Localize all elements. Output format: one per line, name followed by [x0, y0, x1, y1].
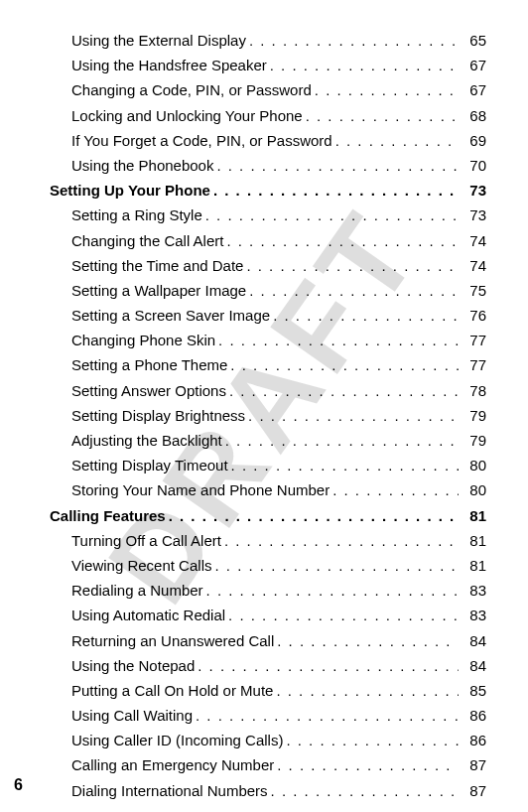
toc-dots [274, 628, 459, 653]
toc-row: Dialing International Numbers87 [50, 778, 486, 803]
toc-label: Dialing International Numbers [50, 778, 268, 803]
toc-page: 81 [459, 528, 486, 553]
toc-label: Using the Notepad [50, 653, 195, 678]
toc-row: Using Automatic Redial83 [50, 603, 486, 627]
toc-dots [222, 428, 459, 453]
toc-row: Using the Handsfree Speaker67 [50, 53, 486, 77]
toc-dots [332, 128, 459, 153]
table-of-contents: Using the External Display65Using the Ha… [20, 28, 486, 803]
toc-row: Setting a Wallpaper Image75 [50, 278, 486, 303]
toc-page: 87 [459, 778, 486, 803]
toc-dots [228, 453, 459, 477]
toc-page: 78 [459, 378, 486, 403]
toc-page: 76 [459, 303, 486, 328]
toc-label: Setting Answer Options [50, 378, 226, 403]
toc-row: Putting a Call On Hold or Mute85 [50, 678, 486, 703]
toc-dots [202, 203, 459, 227]
toc-dots [227, 352, 459, 377]
toc-dots [245, 403, 459, 428]
toc-label: Redialing a Number [50, 578, 203, 603]
toc-page: 77 [459, 352, 486, 377]
toc-row: Setting a Phone Theme77 [50, 352, 486, 377]
toc-label: Setting a Screen Saver Image [50, 303, 270, 328]
toc-row: Setting a Screen Saver Image76 [50, 303, 486, 328]
toc-row: Using Call Waiting86 [50, 703, 486, 728]
toc-row: Storing Your Name and Phone Number80 [50, 477, 486, 502]
toc-dots [330, 477, 459, 502]
toc-page: 65 [459, 28, 486, 53]
toc-dots [213, 153, 459, 178]
toc-row: If You Forget a Code, PIN, or Password69 [50, 128, 486, 153]
toc-row: Using the Notepad84 [50, 653, 486, 678]
toc-dots [226, 378, 459, 403]
toc-page: 67 [459, 53, 486, 77]
toc-label: Returning an Unanswered Call [50, 628, 274, 653]
toc-dots [195, 653, 459, 678]
toc-row: Viewing Recent Calls81 [50, 553, 486, 578]
toc-label: Setting Display Timeout [50, 453, 228, 477]
toc-dots [203, 578, 459, 603]
toc-row: Changing Phone Skin77 [50, 328, 486, 352]
toc-label: Locking and Unlocking Your Phone [50, 103, 303, 128]
toc-dots [211, 553, 459, 578]
toc-page: 80 [459, 453, 486, 477]
toc-dots [246, 28, 459, 53]
toc-dots [303, 103, 459, 128]
toc-page: 67 [459, 77, 486, 102]
toc-row: Adjusting the Backlight79 [50, 428, 486, 453]
toc-page: 86 [459, 728, 486, 752]
toc-page: 86 [459, 703, 486, 728]
toc-dots [283, 728, 459, 752]
toc-row: Using the Phonebook70 [50, 153, 486, 178]
toc-row: Setting Display Timeout80 [50, 453, 486, 477]
toc-label: Calling an Emergency Number [50, 752, 274, 777]
toc-row: Changing the Call Alert74 [50, 228, 486, 253]
toc-page: 74 [459, 228, 486, 253]
toc-label: Using Automatic Redial [50, 603, 225, 627]
toc-label: Storing Your Name and Phone Number [50, 477, 330, 502]
toc-row: Setting Answer Options78 [50, 378, 486, 403]
toc-row: Using Caller ID (Incoming Calls)86 [50, 728, 486, 752]
toc-row: Setting Display Brightness79 [50, 403, 486, 428]
toc-dots [215, 328, 459, 352]
toc-label: Setting Up Your Phone [50, 178, 210, 203]
toc-dots [268, 778, 459, 803]
toc-label: Using Caller ID (Incoming Calls) [50, 728, 283, 752]
toc-page: 68 [459, 103, 486, 128]
toc-label: Using the Handsfree Speaker [50, 53, 267, 77]
toc-dots [312, 77, 459, 102]
toc-dots [225, 603, 459, 627]
toc-page: 81 [459, 503, 486, 528]
toc-page: 83 [459, 603, 486, 627]
toc-row: Turning Off a Call Alert81 [50, 528, 486, 553]
toc-row: Calling Features81 [50, 503, 486, 528]
toc-label: Setting a Phone Theme [50, 352, 227, 377]
toc-page: 83 [459, 578, 486, 603]
toc-row: Locking and Unlocking Your Phone68 [50, 103, 486, 128]
toc-label: Changing the Call Alert [50, 228, 223, 253]
toc-row: Redialing a Number83 [50, 578, 486, 603]
toc-dots [210, 178, 459, 203]
toc-label: Using the External Display [50, 28, 246, 53]
toc-label: Using Call Waiting [50, 703, 193, 728]
toc-dots [166, 503, 459, 528]
toc-page: 77 [459, 328, 486, 352]
toc-dots [273, 678, 459, 703]
toc-dots [243, 253, 459, 278]
toc-page: 74 [459, 253, 486, 278]
toc-label: Setting Display Brightness [50, 403, 245, 428]
toc-row: Returning an Unanswered Call84 [50, 628, 486, 653]
toc-page: 87 [459, 752, 486, 777]
toc-label: Adjusting the Backlight [50, 428, 222, 453]
toc-page: 79 [459, 428, 486, 453]
toc-row: Setting the Time and Date74 [50, 253, 486, 278]
toc-row: Calling an Emergency Number87 [50, 752, 486, 777]
toc-dots [223, 228, 459, 253]
toc-label: Viewing Recent Calls [50, 553, 211, 578]
toc-row: Changing a Code, PIN, or Password67 [50, 77, 486, 102]
toc-label: Changing Phone Skin [50, 328, 215, 352]
toc-row: Setting a Ring Style73 [50, 203, 486, 227]
toc-label: If You Forget a Code, PIN, or Password [50, 128, 332, 153]
toc-label: Calling Features [50, 503, 166, 528]
toc-page: 73 [459, 178, 486, 203]
